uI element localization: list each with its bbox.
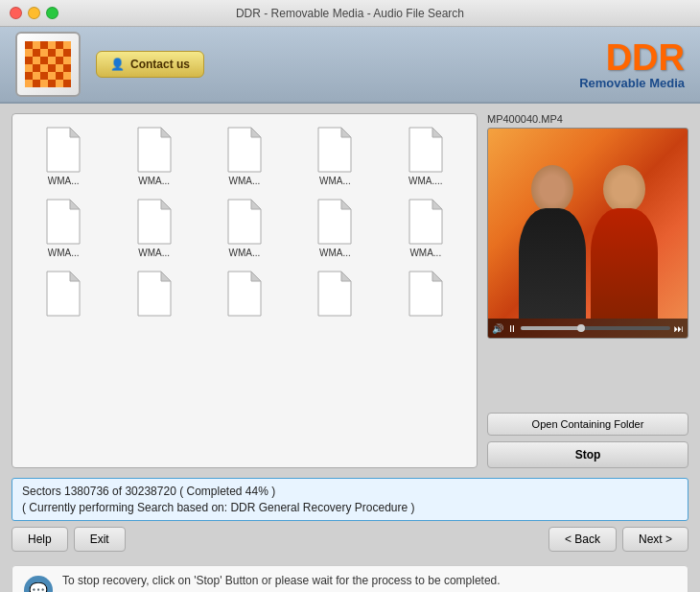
file-icon [315,198,355,246]
file-item[interactable]: WMA... [110,122,197,190]
file-icon [43,198,83,246]
file-item[interactable]: WMA... [383,194,469,262]
svg-rect-5 [63,49,71,57]
file-grid: WMA...WMA...WMA...WMA...WMA....WMA...WMA… [12,113,478,468]
svg-rect-34 [40,80,48,87]
svg-rect-11 [63,64,71,72]
minimize-button[interactable] [28,7,40,19]
progress-text-procedure: ( Currently performing Search based on: … [22,501,678,514]
svg-rect-27 [25,64,33,72]
file-label: WMA... [409,248,441,258]
preview-area: MP400040.MP4 🔊 [487,113,688,407]
close-button[interactable] [10,7,22,19]
file-label: WMA... [138,248,170,258]
brand-subtitle: Removable Media [579,76,685,90]
preview-box: 🔊 ⏸ ⏭ [487,128,688,339]
volume-icon: 🔊 [492,323,503,334]
titlebar: DDR - Removable Media - Audio File Searc… [0,0,700,27]
progress-bar-area: Sectors 1380736 of 30238720 ( Completed … [12,478,688,521]
file-icon [224,198,265,246]
progress-thumb [577,324,585,332]
file-icon [134,198,175,246]
file-item[interactable] [201,266,288,321]
svg-rect-3 [33,49,40,57]
file-icon [406,270,446,318]
preview-image [488,165,688,319]
right-panel: MP400040.MP4 🔊 [487,113,688,468]
file-item[interactable]: WMA... [201,122,288,190]
file-label: WMA... [229,176,261,186]
playbar: 🔊 ⏸ ⏭ [488,319,688,338]
svg-rect-21 [25,49,33,57]
svg-rect-0 [25,41,33,49]
logo-icon [25,41,71,87]
file-item[interactable]: WMA... [110,194,197,262]
info-icon: 💬 [24,576,53,592]
svg-rect-6 [25,57,33,64]
help-button[interactable]: Help [12,527,68,552]
window-controls [10,7,58,19]
progress-fill [521,326,580,330]
svg-rect-9 [33,64,40,72]
file-item[interactable] [383,266,469,321]
logo-box [15,32,81,97]
file-item[interactable] [20,266,106,321]
file-icon [224,270,265,318]
exit-button[interactable]: Exit [74,527,126,552]
svg-rect-33 [25,80,33,87]
svg-rect-23 [56,49,63,57]
fast-forward-icon: ⏭ [674,323,684,334]
file-icon [315,126,355,174]
file-item[interactable]: WMA... [292,122,378,190]
back-button[interactable]: < Back [548,527,617,552]
info-bar: 💬 To stop recovery, click on 'Stop' Butt… [12,565,688,592]
maximize-button[interactable] [46,7,58,19]
window-title: DDR - Removable Media - Audio File Searc… [236,7,464,20]
progress-track[interactable] [521,326,670,330]
next-button[interactable]: Next > [622,527,688,552]
info-text: To stop recovery, click on 'Stop' Button… [62,574,676,587]
file-item[interactable] [292,266,378,321]
svg-rect-28 [40,64,48,72]
svg-rect-24 [33,57,40,64]
stop-button[interactable]: Stop [487,441,688,468]
pause-icon: ⏸ [507,323,517,334]
file-icon [315,270,355,318]
file-label: WMA... [138,176,170,186]
file-item[interactable]: WMA... [201,194,288,262]
bottom-area: Sectors 1380736 of 30238720 ( Completed … [0,478,700,559]
file-label: WMA... [319,248,351,258]
svg-rect-22 [40,49,48,57]
file-icon [134,126,175,174]
svg-rect-12 [25,72,33,80]
svg-rect-35 [56,80,63,87]
svg-rect-19 [48,41,56,49]
contact-button[interactable]: 👤 Contact us [96,51,204,78]
file-icon [134,270,175,318]
file-item[interactable]: WMA... [20,122,106,190]
file-icon [406,126,446,174]
progress-text-sectors: Sectors 1380736 of 30238720 ( Completed … [22,485,678,498]
file-item[interactable]: WMA... [20,194,106,262]
svg-rect-25 [48,57,56,64]
file-item[interactable] [110,266,197,321]
svg-rect-32 [63,72,71,80]
svg-rect-14 [56,72,63,80]
file-item[interactable]: WMA.... [383,122,469,190]
file-item[interactable]: WMA... [292,194,378,262]
svg-rect-8 [56,57,63,64]
logo-checkers [25,41,71,87]
main-content: WMA...WMA...WMA...WMA...WMA....WMA...WMA… [0,104,700,478]
svg-rect-20 [63,41,71,49]
file-label: WMA... [48,176,80,186]
file-icon [224,126,265,174]
svg-rect-18 [33,41,40,49]
file-label: WMA... [229,248,261,258]
open-folder-button[interactable]: Open Containing Folder [487,413,688,436]
file-label: WMA... [48,248,80,258]
svg-rect-29 [56,64,63,72]
file-label: WMA... [319,176,351,186]
svg-rect-1 [40,41,48,49]
header: 👤 Contact us DDR Removable Media [0,27,700,104]
file-icon [43,126,83,174]
